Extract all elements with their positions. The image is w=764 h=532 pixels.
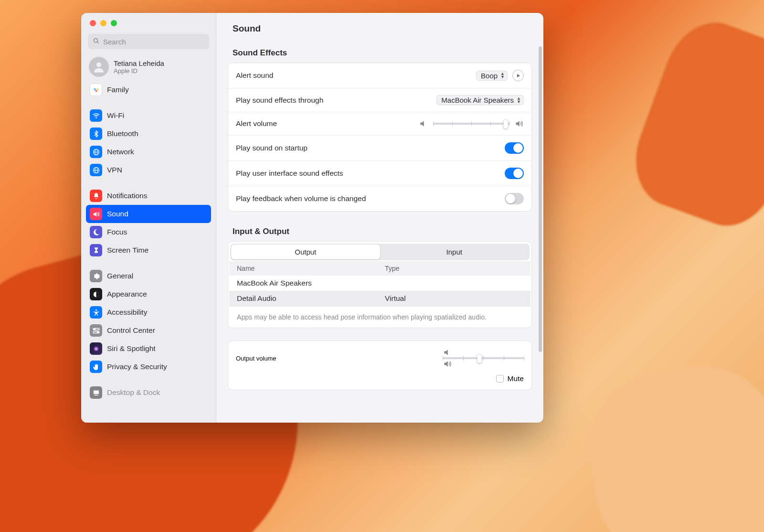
system-settings-window: Tetiana Leheida Apple ID Family Wi-Fi Bl… xyxy=(81,13,543,423)
row-volume-feedback: Play feedback when volume is changed xyxy=(228,186,531,211)
device-name: MacBook Air Speakers xyxy=(237,279,385,287)
svg-rect-20 xyxy=(93,390,98,394)
zoom-button[interactable] xyxy=(111,20,117,26)
mute-checkbox[interactable] xyxy=(496,375,504,383)
sidebar-item-wifi[interactable]: Wi-Fi xyxy=(86,106,211,125)
sidebar-item-notifications[interactable]: Notifications xyxy=(86,187,211,205)
wallpaper-shape xyxy=(621,10,764,238)
search-input[interactable] xyxy=(103,38,204,46)
device-type: Virtual xyxy=(385,294,406,303)
sidebar-item-desktop-dock[interactable]: Desktop & Dock xyxy=(86,383,211,402)
dock-icon xyxy=(90,386,102,399)
io-panel: Output Input Name Type MacBook Air Speak… xyxy=(228,241,532,328)
output-volume-slider[interactable] xyxy=(443,357,524,359)
sidebar-item-label: Desktop & Dock xyxy=(107,388,160,397)
play-alert-button[interactable] xyxy=(512,70,524,81)
sidebar-item-bluetooth[interactable]: Bluetooth xyxy=(86,125,211,143)
speaker-icon xyxy=(90,208,102,220)
startup-sound-toggle[interactable] xyxy=(505,142,524,154)
svg-point-5 xyxy=(95,90,97,92)
family-icon xyxy=(90,84,102,96)
row-alert-volume: Alert volume xyxy=(228,112,531,136)
sidebar-account[interactable]: Tetiana Leheida Apple ID xyxy=(86,53,211,81)
alert-sound-popup[interactable]: Boop ▲▼ xyxy=(476,71,508,81)
volume-feedback-toggle[interactable] xyxy=(505,193,524,204)
chevron-updown-icon: ▲▼ xyxy=(500,72,505,79)
vpn-icon xyxy=(90,164,102,176)
tab-input[interactable]: Input xyxy=(380,245,529,259)
svg-point-14 xyxy=(95,309,96,310)
scrollbar[interactable] xyxy=(539,46,542,352)
io-note: Apps may be able to access head pose inf… xyxy=(229,306,531,328)
tab-output[interactable]: Output xyxy=(231,245,380,259)
device-name: Detail Audio xyxy=(237,294,385,303)
play-through-label: Play sound effects through xyxy=(236,96,436,105)
ui-sounds-label: Play user interface sound effects xyxy=(236,169,505,178)
startup-sound-label: Play sound on startup xyxy=(236,144,505,152)
search-field[interactable] xyxy=(88,34,209,49)
svg-point-4 xyxy=(96,88,98,90)
hand-icon xyxy=(90,361,102,373)
col-name: Name xyxy=(237,265,385,272)
alert-sound-label: Alert sound xyxy=(236,71,476,80)
sidebar-item-appearance[interactable]: Appearance xyxy=(86,285,211,303)
sidebar-item-accessibility[interactable]: Accessibility xyxy=(86,303,211,321)
sidebar-item-label: Family xyxy=(107,85,129,94)
sidebar-item-label: Wi-Fi xyxy=(107,111,124,120)
sidebar-item-label: Bluetooth xyxy=(107,129,138,138)
mute-label: Mute xyxy=(508,374,524,383)
sidebar-item-general[interactable]: General xyxy=(86,267,211,285)
sidebar-item-vpn[interactable]: VPN xyxy=(86,161,211,179)
globe-icon xyxy=(90,146,102,158)
svg-point-0 xyxy=(94,39,98,43)
row-alert-sound: Alert sound Boop ▲▼ xyxy=(228,63,531,88)
chevron-updown-icon: ▲▼ xyxy=(517,97,521,104)
sidebar-item-network[interactable]: Network xyxy=(86,143,211,161)
table-header: Name Type xyxy=(229,261,531,276)
sidebar-item-label: VPN xyxy=(107,166,122,174)
sidebar-item-control-center[interactable]: Control Center xyxy=(86,321,211,340)
sidebar-item-siri-spotlight[interactable]: Siri & Spotlight xyxy=(86,340,211,358)
svg-line-1 xyxy=(97,42,99,43)
account-name: Tetiana Leheida xyxy=(114,59,164,67)
siri-icon xyxy=(90,342,102,355)
svg-point-6 xyxy=(96,117,96,118)
play-through-popup[interactable]: MacBook Air Speakers ▲▼ xyxy=(436,95,524,105)
svg-point-3 xyxy=(94,88,96,90)
moon-icon xyxy=(90,226,102,238)
play-icon xyxy=(516,74,520,78)
sidebar-item-label: Appearance xyxy=(107,290,147,298)
gear-icon xyxy=(90,270,102,282)
sidebar-item-label: Siri & Spotlight xyxy=(107,344,156,353)
sidebar-item-family[interactable]: Family xyxy=(86,81,211,99)
sidebar-item-focus[interactable]: Focus xyxy=(86,223,211,241)
svg-point-2 xyxy=(96,63,101,67)
sidebar-item-screen-time[interactable]: Screen Time xyxy=(86,241,211,259)
close-button[interactable] xyxy=(90,20,96,26)
sidebar-item-label: General xyxy=(107,272,133,280)
sidebar: Tetiana Leheida Apple ID Family Wi-Fi Bl… xyxy=(81,13,216,423)
sidebar-item-label: Notifications xyxy=(107,192,147,200)
section-io-title: Input & Output xyxy=(228,224,532,241)
ui-sounds-toggle[interactable] xyxy=(505,168,524,179)
window-controls xyxy=(81,13,216,32)
table-row[interactable]: Detail Audio Virtual xyxy=(229,291,531,306)
minimize-button[interactable] xyxy=(100,20,106,26)
sidebar-item-label: Focus xyxy=(107,228,127,236)
volume-low-icon xyxy=(419,119,428,128)
wifi-icon xyxy=(90,109,102,122)
accessibility-icon xyxy=(90,306,102,319)
table-row[interactable]: MacBook Air Speakers xyxy=(229,276,531,291)
svg-point-19 xyxy=(93,346,98,351)
sidebar-item-privacy-security[interactable]: Privacy & Security xyxy=(86,358,211,376)
sidebar-item-label: Control Center xyxy=(107,326,155,335)
alert-volume-slider[interactable] xyxy=(433,123,509,125)
alert-volume-label: Alert volume xyxy=(236,119,419,128)
sidebar-item-sound[interactable]: Sound xyxy=(86,205,211,223)
volume-high-icon xyxy=(514,119,524,128)
row-output-volume: Output volume xyxy=(236,348,524,369)
devices-table: Name Type MacBook Air Speakers Detail Au… xyxy=(229,261,531,328)
wallpaper-shape xyxy=(577,354,764,532)
output-volume-panel: Output volume xyxy=(228,340,532,390)
sidebar-item-label: Privacy & Security xyxy=(107,362,167,371)
